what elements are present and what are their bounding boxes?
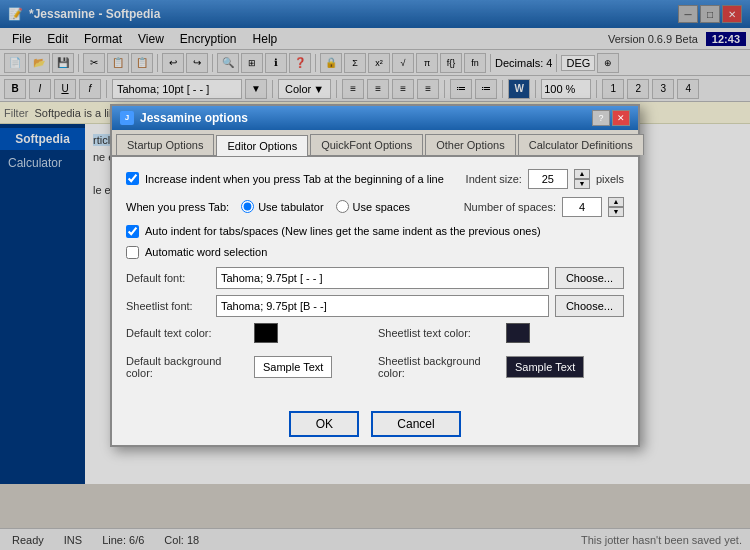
spaces-spin-down[interactable]: ▼: [608, 207, 624, 217]
sheetlist-font-choose-btn[interactable]: Choose...: [555, 295, 624, 317]
dialog-buttons: OK Cancel: [112, 403, 638, 445]
sheetlist-sample-text: Sample Text: [515, 361, 575, 373]
sheetlist-text-color-row: Sheetlist text color:: [378, 323, 624, 343]
cancel-button[interactable]: Cancel: [371, 411, 460, 437]
sheetlist-font-label: Sheetlist font:: [126, 300, 216, 312]
indent-spin-down[interactable]: ▼: [574, 179, 590, 189]
press-tab-row: When you press Tab: Use tabulator Use sp…: [126, 197, 624, 217]
dialog-title-left: J Jessamine options: [120, 111, 248, 125]
spaces-spin-up[interactable]: ▲: [608, 197, 624, 207]
radio-spaces-group: Use spaces: [336, 200, 410, 213]
indent-size-label: Indent size:: [466, 173, 522, 185]
dialog-controls: ? ✕: [592, 110, 630, 126]
default-sample-text: Sample Text: [263, 361, 323, 373]
auto-word-checkbox[interactable]: [126, 246, 139, 259]
sheetlist-bg-sample[interactable]: Sample Text: [506, 356, 584, 378]
tab-quickfont-options[interactable]: QuickFont Options: [310, 134, 423, 155]
auto-indent-row: Auto indent for tabs/spaces (New lines g…: [126, 225, 624, 238]
ok-button[interactable]: OK: [289, 411, 359, 437]
indent-spin-up[interactable]: ▲: [574, 169, 590, 179]
default-bg-color-row: Default background color: Sample Text: [126, 355, 372, 379]
sheetlist-font-value: Tahoma; 9.75pt [B - -]: [216, 295, 549, 317]
default-text-color-swatch[interactable]: [254, 323, 278, 343]
increase-indent-row: Increase indent when you press Tab at th…: [126, 169, 624, 189]
increase-indent-label: Increase indent when you press Tab at th…: [145, 173, 444, 185]
radio-tabulator-group: Use tabulator: [241, 200, 323, 213]
spaces-spin: ▲ ▼: [608, 197, 624, 217]
dialog-overlay: J Jessamine options ? ✕ Startup Options …: [0, 0, 750, 550]
increase-indent-checkbox[interactable]: [126, 172, 139, 185]
dialog-title-text: Jessamine options: [140, 111, 248, 125]
tab-bar: Startup Options Editor Options QuickFont…: [112, 130, 638, 157]
default-font-value: Tahoma; 9.75pt [ - - ]: [216, 267, 549, 289]
dialog-content: Increase indent when you press Tab at th…: [112, 157, 638, 403]
radio-tabulator-label: Use tabulator: [258, 201, 323, 213]
sheetlist-text-color-label: Sheetlist text color:: [378, 327, 498, 339]
sheetlist-text-color-swatch[interactable]: [506, 323, 530, 343]
tab-calculator-definitions[interactable]: Calculator Definitions: [518, 134, 644, 155]
sheetlist-font-row: Sheetlist font: Tahoma; 9.75pt [B - -] C…: [126, 295, 624, 317]
sheetlist-bg-color-label: Sheetlist background color:: [378, 355, 498, 379]
sheetlist-bg-color-row: Sheetlist background color: Sample Text: [378, 355, 624, 379]
dialog-close-btn[interactable]: ✕: [612, 110, 630, 126]
options-dialog: J Jessamine options ? ✕ Startup Options …: [110, 104, 640, 447]
auto-word-row: Automatic word selection: [126, 246, 624, 259]
radio-tabulator[interactable]: [241, 200, 254, 213]
radio-spaces[interactable]: [336, 200, 349, 213]
default-text-color-label: Default text color:: [126, 327, 246, 339]
press-tab-label: When you press Tab:: [126, 201, 229, 213]
auto-indent-checkbox[interactable]: [126, 225, 139, 238]
indent-size-input[interactable]: [528, 169, 568, 189]
default-font-label: Default font:: [126, 272, 216, 284]
default-bg-sample[interactable]: Sample Text: [254, 356, 332, 378]
tab-editor-options[interactable]: Editor Options: [216, 135, 308, 156]
default-text-color-row: Default text color:: [126, 323, 372, 343]
num-spaces-label: Number of spaces:: [464, 201, 556, 213]
dialog-title-bar: J Jessamine options ? ✕: [112, 106, 638, 130]
default-font-choose-btn[interactable]: Choose...: [555, 267, 624, 289]
auto-word-label: Automatic word selection: [145, 246, 267, 258]
indent-pixels-label: pixels: [596, 173, 624, 185]
indent-spin: ▲ ▼: [574, 169, 590, 189]
tab-other-options[interactable]: Other Options: [425, 134, 515, 155]
dialog-icon: J: [120, 111, 134, 125]
num-spaces-input[interactable]: [562, 197, 602, 217]
dialog-help-btn[interactable]: ?: [592, 110, 610, 126]
auto-indent-label: Auto indent for tabs/spaces (New lines g…: [145, 225, 541, 237]
tab-startup-options[interactable]: Startup Options: [116, 134, 214, 155]
radio-spaces-label: Use spaces: [353, 201, 410, 213]
default-font-row: Default font: Tahoma; 9.75pt [ - - ] Cho…: [126, 267, 624, 289]
default-bg-color-label: Default background color:: [126, 355, 246, 379]
